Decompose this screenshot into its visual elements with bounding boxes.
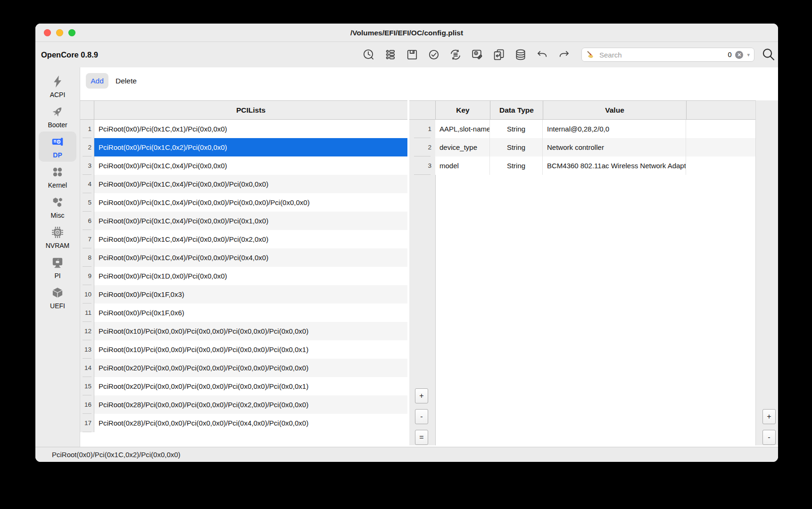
properties-table: Key Data Type Value 1AAPL,slot-nameStrin… xyxy=(409,100,756,445)
search-box[interactable]: 0 ✕ ▾ xyxy=(581,48,754,62)
broom-icon xyxy=(586,50,595,59)
lightning-icon xyxy=(50,74,65,90)
pci-path-cell[interactable]: PciRoot(0x0)/Pci(0x1C,0x4)/Pci(0x0,0x0)/… xyxy=(94,230,407,248)
value-cell[interactable]: BCM4360 802.11ac Wireless Network Adapte… xyxy=(543,156,686,175)
pci-path-cell[interactable]: PciRoot(0x10)/Pci(0x0,0x0)/Pci(0x0,0x0)/… xyxy=(94,322,407,340)
pci-list-row[interactable]: 12PciRoot(0x10)/Pci(0x0,0x0)/Pci(0x0,0x0… xyxy=(80,322,407,340)
pci-path-cell[interactable]: PciRoot(0x0)/Pci(0x1F,0x3) xyxy=(94,285,407,304)
gpu-icon xyxy=(50,135,65,151)
delete-button[interactable]: Delete xyxy=(116,73,137,89)
right-margin-strip xyxy=(756,100,778,445)
key-column-header: Key xyxy=(435,101,490,119)
pci-lists-table: PCILists 1PciRoot(0x0)/Pci(0x1C,0x1)/Pci… xyxy=(80,100,407,446)
data-type-cell[interactable]: String xyxy=(490,138,543,156)
add-button[interactable]: Add xyxy=(86,73,108,89)
pci-path-cell[interactable]: PciRoot(0x0)/Pci(0x1D,0x0)/Pci(0x0,0x0) xyxy=(94,267,407,285)
row-number: 4 xyxy=(80,175,94,193)
sidebar-item-misc[interactable]: Misc xyxy=(39,192,76,222)
pci-path-cell[interactable]: PciRoot(0x20)/Pci(0x0,0x0)/Pci(0x0,0x0)/… xyxy=(94,377,407,395)
checklist-icon[interactable] xyxy=(383,48,398,62)
pci-list-row[interactable]: 14PciRoot(0x20)/Pci(0x0,0x0)/Pci(0x0,0x0… xyxy=(80,359,407,377)
validate-icon[interactable] xyxy=(427,48,441,62)
pci-list-row[interactable]: 4PciRoot(0x0)/Pci(0x1C,0x4)/Pci(0x0,0x0)… xyxy=(80,175,407,193)
pci-remove-row-button[interactable]: - xyxy=(415,409,428,424)
row-number: 11 xyxy=(80,304,94,322)
row-number: 1 xyxy=(409,120,435,138)
key-cell[interactable]: model xyxy=(435,156,490,175)
property-remove-row-button[interactable]: - xyxy=(762,430,776,445)
pci-path-cell[interactable]: PciRoot(0x0)/Pci(0x1C,0x4)/Pci(0x0,0x0)/… xyxy=(94,175,407,193)
key-cell[interactable]: AAPL,slot-name xyxy=(435,120,490,138)
sidebar-item-booter[interactable]: Booter xyxy=(39,101,76,131)
sidebar-item-kernel[interactable]: Kernel xyxy=(39,162,76,192)
pci-path-cell[interactable]: PciRoot(0x0)/Pci(0x1C,0x4)/Pci(0x0,0x0)/… xyxy=(94,212,407,230)
hexagons-icon xyxy=(50,195,65,211)
row-number: 3 xyxy=(409,156,435,175)
toolbar-icons xyxy=(362,48,571,62)
pci-list-row[interactable]: 1PciRoot(0x0)/Pci(0x1C,0x1)/Pci(0x0,0x0) xyxy=(80,120,407,138)
value-cell[interactable]: Internal@0,28,2/0,0 xyxy=(543,120,686,138)
title-bar: /Volumes/EFI/EFI/OC/config.plist xyxy=(35,24,778,42)
import-icon[interactable] xyxy=(492,48,506,62)
pci-path-cell[interactable]: PciRoot(0x0)/Pci(0x1C,0x2)/Pci(0x0,0x0) xyxy=(94,138,407,156)
rocket-icon xyxy=(50,105,65,121)
database-icon[interactable] xyxy=(514,48,528,62)
status-path-label: PciRoot(0x0)/Pci(0x1C,0x2)/Pci(0x0,0x0) xyxy=(52,451,181,459)
pci-list-row[interactable]: 17PciRoot(0x28)/Pci(0x0,0x0)/Pci(0x0,0x0… xyxy=(80,414,407,432)
pci-add-row-button[interactable]: + xyxy=(415,388,428,403)
sidebar-item-pi[interactable]: PI xyxy=(39,252,76,282)
pci-list-row[interactable]: 5PciRoot(0x0)/Pci(0x1C,0x4)/Pci(0x0,0x0)… xyxy=(80,193,407,212)
pci-list-row[interactable]: 11PciRoot(0x0)/Pci(0x1F,0x6) xyxy=(80,304,407,322)
pci-path-cell[interactable]: PciRoot(0x20)/Pci(0x0,0x0)/Pci(0x0,0x0)/… xyxy=(94,359,407,377)
key-cell[interactable]: device_type xyxy=(435,138,490,156)
row-number: 2 xyxy=(409,138,435,156)
row-number: 10 xyxy=(80,285,94,304)
pci-list-row[interactable]: 15PciRoot(0x20)/Pci(0x0,0x0)/Pci(0x0,0x0… xyxy=(80,377,407,395)
pci-list-row[interactable]: 16PciRoot(0x28)/Pci(0x0,0x0)/Pci(0x0,0x0… xyxy=(80,395,407,414)
pci-list-row[interactable]: 13PciRoot(0x10)/Pci(0x0,0x0)/Pci(0x0,0x0… xyxy=(80,340,407,359)
sidebar-item-uefi[interactable]: UEFI xyxy=(39,282,76,312)
row-number: 5 xyxy=(80,193,94,212)
save-icon[interactable] xyxy=(405,48,419,62)
pci-path-cell[interactable]: PciRoot(0x28)/Pci(0x0,0x0)/Pci(0x0,0x0)/… xyxy=(94,414,407,432)
pci-sort-row-button[interactable]: = xyxy=(415,430,428,445)
redo-icon[interactable] xyxy=(557,48,571,62)
pci-list-row[interactable]: 2PciRoot(0x0)/Pci(0x1C,0x2)/Pci(0x0,0x0) xyxy=(80,138,407,156)
pci-path-cell[interactable]: PciRoot(0x0)/Pci(0x1C,0x4)/Pci(0x0,0x0)/… xyxy=(94,193,407,212)
history-icon[interactable] xyxy=(362,48,376,62)
pci-path-cell[interactable]: PciRoot(0x28)/Pci(0x0,0x0)/Pci(0x0,0x0)/… xyxy=(94,395,407,414)
pci-path-cell[interactable]: PciRoot(0x0)/Pci(0x1F,0x6) xyxy=(94,304,407,322)
search-dropdown-icon[interactable]: ▾ xyxy=(747,52,750,58)
undo-icon[interactable] xyxy=(535,48,549,62)
snapshot-icon[interactable] xyxy=(448,48,463,62)
sidebar-item-dp[interactable]: DP xyxy=(39,131,76,162)
value-cell[interactable]: Network controller xyxy=(543,138,686,156)
row-number: 12 xyxy=(80,322,94,340)
search-input[interactable] xyxy=(598,50,724,59)
pci-list-row[interactable]: 10PciRoot(0x0)/Pci(0x1F,0x3) xyxy=(80,285,407,304)
pci-list-row[interactable]: 9PciRoot(0x0)/Pci(0x1D,0x0)/Pci(0x0,0x0) xyxy=(80,267,407,285)
app-window: /Volumes/EFI/EFI/OC/config.plist OpenCor… xyxy=(35,24,778,462)
property-row[interactable]: 2device_typeStringNetwork controller xyxy=(409,138,755,156)
pci-path-cell[interactable]: PciRoot(0x0)/Pci(0x1C,0x4)/Pci(0x0,0x0) xyxy=(94,156,407,175)
sidebar-item-acpi[interactable]: ACPI xyxy=(39,71,76,101)
pci-path-cell[interactable]: PciRoot(0x10)/Pci(0x0,0x0)/Pci(0x0,0x0)/… xyxy=(94,340,407,359)
pci-path-cell[interactable]: PciRoot(0x0)/Pci(0x1C,0x1)/Pci(0x0,0x0) xyxy=(94,120,407,138)
properties-rows: 1AAPL,slot-nameStringInternal@0,28,2/0,0… xyxy=(409,120,755,175)
property-add-row-button[interactable]: + xyxy=(762,409,776,424)
property-row[interactable]: 1AAPL,slot-nameStringInternal@0,28,2/0,0 xyxy=(409,120,755,138)
pci-list-row[interactable]: 6PciRoot(0x0)/Pci(0x1C,0x4)/Pci(0x0,0x0)… xyxy=(80,212,407,230)
data-type-cell[interactable]: String xyxy=(490,120,543,138)
pci-list-row[interactable]: 8PciRoot(0x0)/Pci(0x1C,0x4)/Pci(0x0,0x0)… xyxy=(80,248,407,267)
search-icon[interactable] xyxy=(761,47,776,62)
pci-list-row[interactable]: 7PciRoot(0x0)/Pci(0x1C,0x4)/Pci(0x0,0x0)… xyxy=(80,230,407,248)
app-version-label: OpenCore 0.8.9 xyxy=(41,42,98,67)
data-type-cell[interactable]: String xyxy=(490,156,543,175)
row-number: 8 xyxy=(80,248,94,267)
sidebar-item-nvram[interactable]: NVRAM xyxy=(39,222,76,252)
clear-search-icon[interactable]: ✕ xyxy=(735,51,743,59)
pci-path-cell[interactable]: PciRoot(0x0)/Pci(0x1C,0x4)/Pci(0x0,0x0)/… xyxy=(94,248,407,267)
property-row[interactable]: 3modelStringBCM4360 802.11ac Wireless Ne… xyxy=(409,156,755,175)
disk-link-icon[interactable] xyxy=(470,48,484,62)
pci-list-row[interactable]: 3PciRoot(0x0)/Pci(0x1C,0x4)/Pci(0x0,0x0) xyxy=(80,156,407,175)
